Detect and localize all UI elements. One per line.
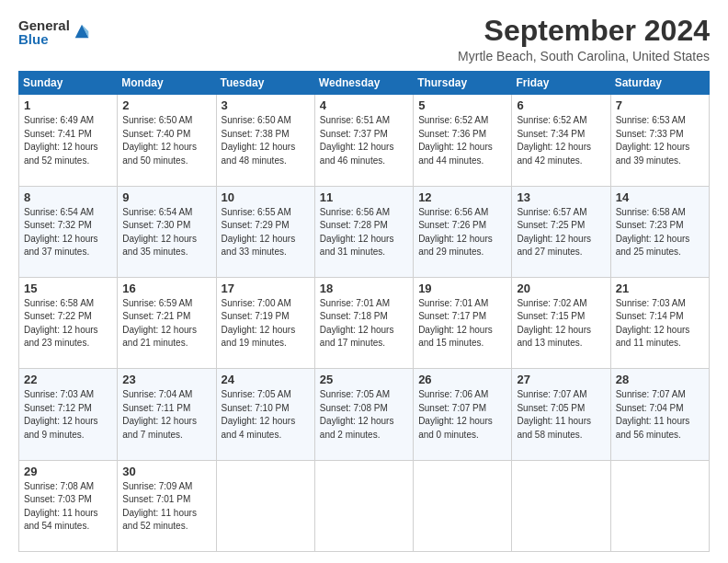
sunrise-label: Sunrise: 7:02 AM <box>517 298 586 308</box>
table-row: 3 Sunrise: 6:50 AM Sunset: 7:38 PM Dayli… <box>216 95 314 186</box>
day-number: 23 <box>122 373 210 386</box>
sunset-label: Sunset: 7:37 PM <box>320 129 388 139</box>
table-row: 25 Sunrise: 7:05 AM Sunset: 7:08 PM Dayl… <box>314 369 413 460</box>
table-row: 12 Sunrise: 6:56 AM Sunset: 7:26 PM Dayl… <box>414 186 512 277</box>
day-info: Sunrise: 7:06 AM Sunset: 7:07 PM Dayligh… <box>418 388 506 442</box>
sunset-label: Sunset: 7:29 PM <box>222 220 290 230</box>
sunset-label: Sunset: 7:26 PM <box>418 220 486 230</box>
day-info: Sunrise: 7:08 AM Sunset: 7:03 PM Dayligh… <box>24 480 112 534</box>
table-row: 1 Sunrise: 6:49 AM Sunset: 7:41 PM Dayli… <box>19 95 118 186</box>
day-number: 26 <box>418 373 506 386</box>
day-number: 17 <box>222 282 310 295</box>
daylight-label: Daylight: 12 hours and 4 minutes. <box>222 416 296 440</box>
sunset-label: Sunset: 7:22 PM <box>24 311 92 321</box>
sunrise-label: Sunrise: 6:50 AM <box>122 115 192 125</box>
sunrise-label: Sunrise: 6:54 AM <box>122 207 192 217</box>
day-number: 1 <box>24 98 112 112</box>
table-row: 15 Sunrise: 6:58 AM Sunset: 7:22 PM Dayl… <box>19 277 118 368</box>
sunrise-label: Sunrise: 7:08 AM <box>24 481 94 491</box>
sunset-label: Sunset: 7:18 PM <box>320 311 388 321</box>
col-saturday: Saturday <box>610 72 709 95</box>
day-number: 13 <box>517 190 605 204</box>
table-row: 28 Sunrise: 7:07 AM Sunset: 7:04 PM Dayl… <box>610 369 709 460</box>
sunset-label: Sunset: 7:11 PM <box>122 403 190 413</box>
sunset-label: Sunset: 7:12 PM <box>24 403 92 413</box>
table-row: 7 Sunrise: 6:53 AM Sunset: 7:33 PM Dayli… <box>610 95 709 186</box>
day-info: Sunrise: 6:55 AM Sunset: 7:29 PM Dayligh… <box>222 206 310 259</box>
table-row: 11 Sunrise: 6:56 AM Sunset: 7:28 PM Dayl… <box>314 186 413 277</box>
daylight-label: Daylight: 12 hours and 0 minutes. <box>418 416 493 440</box>
day-number: 12 <box>418 190 506 204</box>
sunset-label: Sunset: 7:08 PM <box>320 403 388 413</box>
daylight-label: Daylight: 12 hours and 2 minutes. <box>320 416 394 440</box>
col-sunday: Sunday <box>19 72 118 95</box>
calendar-week-row: 15 Sunrise: 6:58 AM Sunset: 7:22 PM Dayl… <box>19 277 710 368</box>
logo: General Blue <box>18 18 92 46</box>
sunset-label: Sunset: 7:23 PM <box>616 220 684 230</box>
daylight-label: Daylight: 11 hours and 56 minutes. <box>616 416 690 440</box>
day-info: Sunrise: 7:00 AM Sunset: 7:19 PM Dayligh… <box>222 297 310 350</box>
logo-general: General <box>18 18 70 32</box>
daylight-label: Daylight: 11 hours and 54 minutes. <box>24 508 98 532</box>
sunset-label: Sunset: 7:05 PM <box>517 403 585 413</box>
sunrise-label: Sunrise: 7:03 AM <box>24 389 94 399</box>
sunrise-label: Sunrise: 7:01 AM <box>418 298 488 308</box>
day-info: Sunrise: 6:58 AM Sunset: 7:23 PM Dayligh… <box>616 206 704 259</box>
daylight-label: Daylight: 12 hours and 21 minutes. <box>122 325 197 349</box>
sunrise-label: Sunrise: 6:55 AM <box>222 207 291 217</box>
day-info: Sunrise: 7:07 AM Sunset: 7:04 PM Dayligh… <box>616 388 704 442</box>
day-number: 10 <box>222 190 310 204</box>
day-info: Sunrise: 6:50 AM Sunset: 7:40 PM Dayligh… <box>122 114 210 167</box>
sunrise-label: Sunrise: 6:57 AM <box>517 207 586 217</box>
day-number: 5 <box>418 98 506 112</box>
table-row: 30 Sunrise: 7:09 AM Sunset: 7:01 PM Dayl… <box>118 460 216 551</box>
sunset-label: Sunset: 7:15 PM <box>517 311 585 321</box>
sunset-label: Sunset: 7:40 PM <box>122 129 190 139</box>
calendar-week-row: 22 Sunrise: 7:03 AM Sunset: 7:12 PM Dayl… <box>19 369 710 460</box>
month-title: September 2024 <box>458 15 710 47</box>
table-row: 9 Sunrise: 6:54 AM Sunset: 7:30 PM Dayli… <box>118 186 216 277</box>
day-number: 20 <box>517 282 605 295</box>
day-info: Sunrise: 6:49 AM Sunset: 7:41 PM Dayligh… <box>24 114 112 167</box>
sunset-label: Sunset: 7:03 PM <box>24 494 92 504</box>
day-info: Sunrise: 6:56 AM Sunset: 7:26 PM Dayligh… <box>418 206 506 259</box>
day-info: Sunrise: 6:52 AM Sunset: 7:36 PM Dayligh… <box>418 114 506 167</box>
table-row: 24 Sunrise: 7:05 AM Sunset: 7:10 PM Dayl… <box>216 369 314 460</box>
sunrise-label: Sunrise: 7:04 AM <box>122 389 192 399</box>
day-number: 2 <box>122 98 210 112</box>
daylight-label: Daylight: 12 hours and 11 minutes. <box>616 325 690 349</box>
location: Myrtle Beach, South Carolina, United Sta… <box>458 49 710 63</box>
logo-icon <box>72 21 92 41</box>
sunrise-label: Sunrise: 7:03 AM <box>616 298 686 308</box>
sunset-label: Sunset: 7:21 PM <box>122 311 190 321</box>
daylight-label: Daylight: 11 hours and 58 minutes. <box>517 416 591 440</box>
sunset-label: Sunset: 7:32 PM <box>24 220 92 230</box>
table-row: 10 Sunrise: 6:55 AM Sunset: 7:29 PM Dayl… <box>216 186 314 277</box>
sunrise-label: Sunrise: 6:59 AM <box>122 298 192 308</box>
table-row: 19 Sunrise: 7:01 AM Sunset: 7:17 PM Dayl… <box>414 277 512 368</box>
sunrise-label: Sunrise: 7:00 AM <box>222 298 291 308</box>
day-info: Sunrise: 7:07 AM Sunset: 7:05 PM Dayligh… <box>517 388 605 442</box>
day-info: Sunrise: 6:51 AM Sunset: 7:37 PM Dayligh… <box>320 114 408 167</box>
day-info: Sunrise: 6:52 AM Sunset: 7:34 PM Dayligh… <box>517 114 605 167</box>
daylight-label: Daylight: 12 hours and 52 minutes. <box>24 142 98 166</box>
calendar-week-row: 1 Sunrise: 6:49 AM Sunset: 7:41 PM Dayli… <box>19 95 710 186</box>
sunset-label: Sunset: 7:04 PM <box>616 403 684 413</box>
day-number: 4 <box>320 98 408 112</box>
day-info: Sunrise: 6:53 AM Sunset: 7:33 PM Dayligh… <box>616 114 704 167</box>
sunset-label: Sunset: 7:34 PM <box>517 129 585 139</box>
daylight-label: Daylight: 12 hours and 13 minutes. <box>517 325 591 349</box>
sunrise-label: Sunrise: 6:52 AM <box>418 115 488 125</box>
sunset-label: Sunset: 7:41 PM <box>24 129 92 139</box>
logo-blue: Blue <box>18 32 70 46</box>
header-row: Sunday Monday Tuesday Wednesday Thursday… <box>19 72 710 95</box>
sunrise-label: Sunrise: 6:54 AM <box>24 207 94 217</box>
day-number: 9 <box>122 190 210 204</box>
table-row: 22 Sunrise: 7:03 AM Sunset: 7:12 PM Dayl… <box>19 369 118 460</box>
sunrise-label: Sunrise: 6:50 AM <box>222 115 291 125</box>
day-number: 27 <box>517 373 605 386</box>
day-number: 30 <box>122 465 210 478</box>
day-number: 24 <box>222 373 310 386</box>
col-tuesday: Tuesday <box>216 72 314 95</box>
sunrise-label: Sunrise: 7:05 AM <box>222 389 291 399</box>
